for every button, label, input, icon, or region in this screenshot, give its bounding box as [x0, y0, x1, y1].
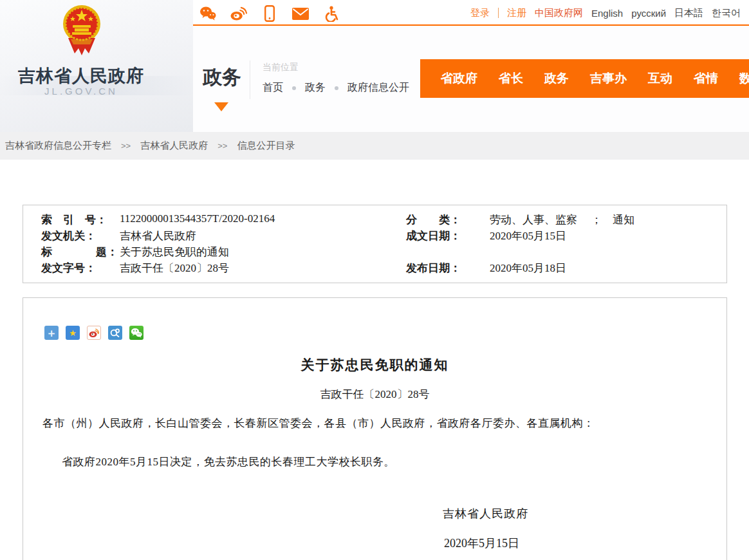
- lang-japanese-link[interactable]: 日本語: [674, 7, 703, 19]
- meta-row: 发文字号： 吉政干任〔2020〕28号 发布日期： 2020年05月18日: [23, 261, 726, 277]
- lang-korean-link[interactable]: 한국어: [712, 7, 741, 19]
- breadcrumb-separator: >>: [121, 141, 131, 151]
- meta-title-value: 关于苏忠民免职的通知: [120, 245, 229, 259]
- meta-row: 索 引 号： 11220000013544357T/2020-02164 分 类…: [23, 212, 726, 229]
- divider: [250, 61, 250, 99]
- breadcrumb-zhengwu[interactable]: 政务: [305, 81, 326, 95]
- meta-category-label: 分 类：: [406, 212, 461, 227]
- document-title: 关于苏忠民免职的通知: [23, 356, 726, 374]
- document-meta-box: 索 引 号： 11220000013544357T/2020-02164 分 类…: [23, 205, 727, 283]
- nav-item-jishiban[interactable]: 吉事办: [590, 70, 627, 87]
- divider: [498, 8, 499, 18]
- document-sign-date: 2020年5月15日: [444, 536, 519, 551]
- register-link[interactable]: 注册: [507, 7, 526, 19]
- nav-item-zhengwu[interactable]: 政务: [544, 70, 569, 87]
- social-icon-row: [199, 5, 340, 22]
- section-title: 政务: [203, 64, 241, 91]
- meta-index-value: 11220000013544357T/2020-02164: [120, 212, 275, 225]
- login-link[interactable]: 登录: [470, 7, 490, 19]
- wechat-share-icon[interactable]: [129, 326, 143, 340]
- nav-item-interaction[interactable]: 互动: [648, 70, 672, 87]
- breadcrumb-directory[interactable]: 信息公开目录: [237, 140, 295, 152]
- main-nav: 省政府 省长 政务 吉事办 互动 省情 数据: [420, 59, 749, 98]
- document-number: 吉政干任〔2020〕28号: [23, 387, 726, 402]
- lang-russian-link[interactable]: русский: [631, 8, 666, 19]
- dot-separator-icon: [335, 86, 338, 90]
- breadcrumb-home[interactable]: 首页: [263, 81, 283, 95]
- accessibility-icon[interactable]: [323, 5, 340, 22]
- china-national-emblem-icon[interactable]: [62, 2, 102, 59]
- nav-item-province-info[interactable]: 省情: [694, 70, 718, 87]
- meta-doc-number-label: 发文字号：: [41, 261, 96, 275]
- mobile-icon[interactable]: [261, 5, 278, 22]
- meta-issuer-label: 发文机关：: [41, 229, 96, 243]
- gov-cn-link[interactable]: 中国政府网: [535, 7, 583, 19]
- page-header: 吉林省人民政府 JL.GOV.CN: [0, 0, 749, 132]
- weibo-icon[interactable]: [230, 5, 247, 22]
- brand-panel: 吉林省人民政府 JL.GOV.CN: [0, 0, 193, 132]
- meta-row: 标 题： 关于苏忠民免职的通知: [23, 245, 726, 261]
- qzone-star-icon[interactable]: ★: [66, 326, 80, 340]
- meta-publish-date-label: 发布日期：: [406, 261, 461, 275]
- meta-title-label: 标 题：: [41, 245, 118, 259]
- meta-publish-date-value: 2020年05月18日: [490, 261, 566, 275]
- meta-category-value: 劳动、人事、监察 ； 通知: [490, 212, 634, 227]
- dot-separator-icon: [292, 86, 296, 90]
- site-domain: JL.GOV.CN: [0, 86, 162, 97]
- breadcrumb-info-disclosure[interactable]: 政府信息公开: [347, 81, 409, 95]
- nav-item-provincial-gov[interactable]: 省政府: [441, 70, 477, 87]
- meta-index-label: 索 引 号：: [41, 212, 107, 227]
- share-plus-icon[interactable]: ＋: [44, 326, 59, 340]
- tencent-weibo-icon[interactable]: [108, 326, 122, 340]
- wechat-icon[interactable]: [199, 5, 216, 22]
- breadcrumb-jilin-gov[interactable]: 吉林省人民政府: [140, 140, 208, 152]
- document-paragraph-decision: 省政府2020年5月15日决定，免去苏忠民的长春理工大学校长职务。: [62, 454, 711, 469]
- mail-icon[interactable]: [292, 5, 309, 22]
- utility-links: 登录 注册 中国政府网 English русский 日本語 한국어 繁: [470, 0, 749, 26]
- meta-written-date-value: 2020年05月15日: [490, 229, 566, 243]
- meta-doc-number-value: 吉政干任〔2020〕28号: [120, 261, 229, 275]
- share-bar: ＋ ★: [44, 326, 143, 340]
- document-paragraph-recipients: 各市（州）人民政府，长白山管委会，长春新区管委会，各县（市）人民政府，省政府各厅…: [42, 416, 711, 431]
- lang-english-link[interactable]: English: [591, 8, 623, 19]
- meta-row: 发文机关： 吉林省人民政府 成文日期： 2020年05月15日: [23, 229, 726, 245]
- site-name[interactable]: 吉林省人民政府: [0, 64, 162, 88]
- document-signer: 吉林省人民政府: [443, 506, 528, 521]
- info-breadcrumb-bar: 吉林省政府信息公开专栏 >> 吉林省人民政府 >> 信息公开目录: [0, 132, 749, 160]
- sina-weibo-icon[interactable]: [87, 326, 101, 340]
- nav-item-data[interactable]: 数据: [739, 70, 749, 87]
- breadcrumb-info-column[interactable]: 吉林省政府信息公开专栏: [5, 140, 111, 152]
- meta-issuer-value: 吉林省人民政府: [120, 229, 196, 243]
- triangle-down-icon: [214, 102, 228, 111]
- meta-written-date-label: 成文日期：: [406, 229, 461, 243]
- breadcrumb: 首页 政务 政府信息公开: [263, 81, 409, 95]
- nav-item-governor[interactable]: 省长: [499, 70, 523, 87]
- document-content-box: ＋ ★: [23, 297, 727, 560]
- current-location-label: 当前位置: [263, 62, 299, 73]
- breadcrumb-separator: >>: [217, 141, 227, 151]
